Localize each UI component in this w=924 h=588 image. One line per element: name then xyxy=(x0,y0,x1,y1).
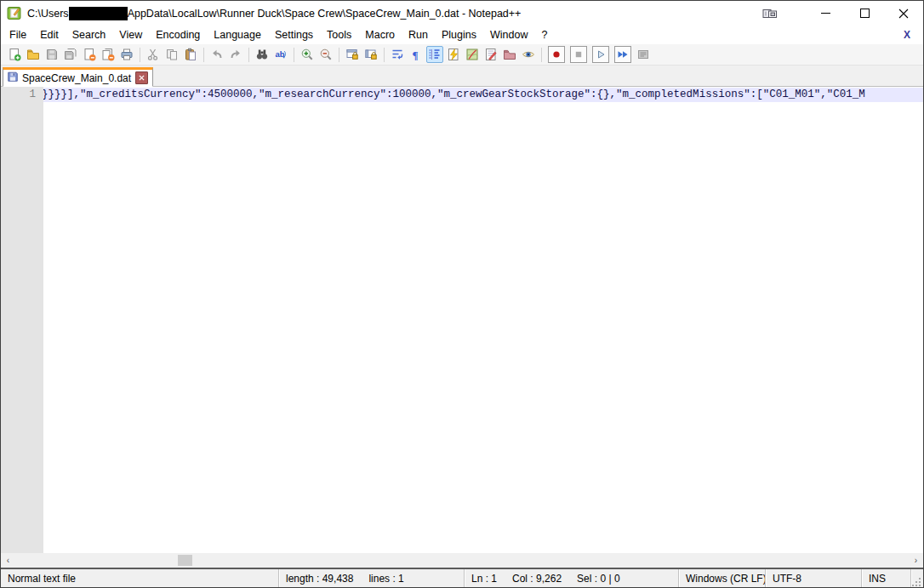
toolbar-separator xyxy=(339,48,339,62)
menu-file[interactable]: File xyxy=(3,26,33,43)
macro-record-icon[interactable] xyxy=(548,46,565,63)
menu-help[interactable]: ? xyxy=(534,26,554,43)
status-length: length : 49,438 xyxy=(286,573,353,585)
tab-spacecrew-main-0-dat[interactable]: SpaceCrew_Main_0.dat xyxy=(3,67,153,87)
status-eol-format: Windows (CR LF) xyxy=(679,569,766,588)
redacted-username xyxy=(69,7,128,20)
maximize-button[interactable] xyxy=(845,1,884,26)
monitoring-icon[interactable] xyxy=(520,46,537,63)
editor-area[interactable]: 1 }}}}],"m_creditsCurrency":4500000,"m_r… xyxy=(1,87,923,553)
title-path-suffix: AppData\LocalLow\Runner Duck\Space Crew\… xyxy=(128,8,522,20)
save-icon xyxy=(43,46,60,63)
show-all-characters-icon[interactable]: ¶ xyxy=(408,46,425,63)
saved-floppy-icon xyxy=(7,71,19,85)
menu-plugins[interactable]: Plugins xyxy=(435,26,483,43)
tab-label: SpaceCrew_Main_0.dat xyxy=(22,72,131,84)
status-insert-mode: INS xyxy=(862,569,911,588)
open-folder-icon[interactable] xyxy=(25,46,42,63)
menu-macro[interactable]: Macro xyxy=(358,26,402,43)
menu-search[interactable]: Search xyxy=(66,26,113,43)
svg-text:¶: ¶ xyxy=(413,49,419,61)
find-icon[interactable] xyxy=(254,46,271,63)
status-length-lines: length : 49,438 lines : 1 xyxy=(279,569,465,588)
window-title: C:\UsersAppData\LocalLow\Runner Duck\Spa… xyxy=(27,7,521,20)
macro-play-icon[interactable] xyxy=(592,46,609,63)
word-wrap-icon[interactable] xyxy=(389,46,406,63)
folder-as-workspace-icon[interactable] xyxy=(501,46,518,63)
close-all-files-icon[interactable] xyxy=(100,46,117,63)
toolbar-separator xyxy=(203,48,204,62)
paste-icon[interactable] xyxy=(182,46,199,63)
horizontal-scrollbar[interactable]: ‹ › xyxy=(1,553,923,568)
replace-icon[interactable]: ab xyxy=(272,46,289,63)
toolbar-separator xyxy=(541,48,542,62)
macro-stop-icon xyxy=(570,46,587,63)
toolbar-separator xyxy=(140,48,140,62)
scroll-left-arrow-icon[interactable]: ‹ xyxy=(1,553,15,568)
window-controls xyxy=(761,1,923,26)
status-col: Col : 9,262 xyxy=(512,573,562,585)
status-encoding: UTF-8 xyxy=(766,569,862,588)
text-content-area[interactable]: }}}}],"m_creditsCurrency":4500000,"m_res… xyxy=(43,87,923,553)
save-all-icon xyxy=(62,46,79,63)
macro-run-multiple-icon[interactable] xyxy=(614,46,631,63)
window-layout-icon xyxy=(761,7,779,20)
print-icon[interactable] xyxy=(118,46,135,63)
line-number-gutter: 1 xyxy=(1,87,43,553)
minimize-button[interactable] xyxy=(806,1,845,26)
menu-language[interactable]: Language xyxy=(207,26,268,43)
status-ln: Ln : 1 xyxy=(471,573,497,585)
notepadpp-app-icon xyxy=(7,6,21,20)
zoom-in-icon[interactable] xyxy=(299,46,316,63)
menu-edit[interactable]: Edit xyxy=(33,26,66,43)
new-file-icon[interactable] xyxy=(6,46,23,63)
menu-close-x[interactable]: X xyxy=(899,27,915,43)
tab-close-icon[interactable] xyxy=(135,71,148,84)
copy-icon xyxy=(163,46,180,63)
document-text-line-1: }}}}],"m_creditsCurrency":4500000,"m_res… xyxy=(43,88,923,102)
zoom-out-icon[interactable] xyxy=(317,46,334,63)
menu-run[interactable]: Run xyxy=(402,26,435,43)
status-sel: Sel : 0 | 0 xyxy=(577,573,619,585)
cut-icon xyxy=(145,46,162,63)
status-lines: lines : 1 xyxy=(368,573,403,585)
status-bar: Normal text file length : 49,438 lines :… xyxy=(1,569,923,588)
sync-horizontal-scroll-icon[interactable] xyxy=(362,46,379,63)
redo-icon xyxy=(227,46,244,63)
close-file-icon[interactable] xyxy=(81,46,98,63)
menu-window[interactable]: Window xyxy=(483,26,534,43)
toolbar-separator xyxy=(248,48,249,62)
toolbar-separator xyxy=(294,48,294,62)
status-cursor-position: Ln : 1 Col : 9,262 Sel : 0 | 0 xyxy=(465,569,679,588)
menu-tools[interactable]: Tools xyxy=(320,26,358,43)
function-list-icon[interactable] xyxy=(445,46,462,63)
document-map-icon[interactable] xyxy=(464,46,481,63)
macro-save-icon xyxy=(635,46,652,63)
scrollbar-thumb[interactable] xyxy=(178,555,192,566)
line-number: 1 xyxy=(1,88,36,102)
menu-bar: FileEditSearchViewEncodingLanguageSettin… xyxy=(1,26,923,44)
resize-grip-icon[interactable] xyxy=(911,568,923,588)
toolbar: ab¶ xyxy=(1,44,923,66)
title-path-prefix: C:\Users xyxy=(27,8,69,20)
tab-bar: SpaceCrew_Main_0.dat xyxy=(1,66,923,87)
menu-settings[interactable]: Settings xyxy=(268,26,320,43)
undo-icon xyxy=(208,46,225,63)
close-button[interactable] xyxy=(884,1,923,26)
toolbar-separator xyxy=(384,48,385,62)
menu-view[interactable]: View xyxy=(112,26,149,43)
menu-encoding[interactable]: Encoding xyxy=(149,26,207,43)
document-list-icon[interactable] xyxy=(482,46,499,63)
notepadpp-window: C:\UsersAppData\LocalLow\Runner Duck\Spa… xyxy=(0,0,924,588)
title-bar: C:\UsersAppData\LocalLow\Runner Duck\Spa… xyxy=(1,1,923,26)
sync-vertical-scroll-icon[interactable] xyxy=(344,46,361,63)
status-doc-type: Normal text file xyxy=(1,569,279,588)
show-indent-guide-icon[interactable] xyxy=(426,46,443,63)
scroll-right-arrow-icon[interactable]: › xyxy=(909,553,923,568)
